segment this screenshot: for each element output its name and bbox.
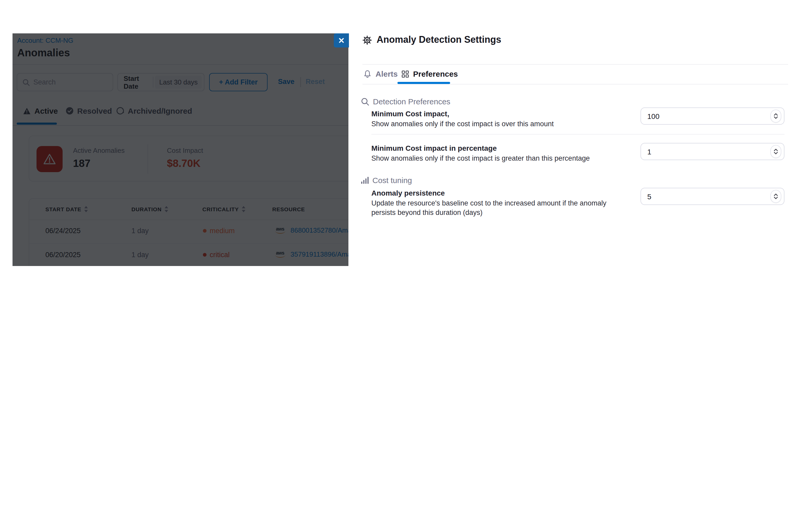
anomalies-page: Account: CCM-NG Anomalies Start Date Las… (13, 33, 349, 266)
anomaly-settings-drawer: Anomaly Detection Settings Alerts Prefer… (348, 0, 798, 266)
section-heading: Cost tuning (373, 176, 412, 185)
min-cost-impact-input[interactable] (647, 112, 771, 120)
setting-description: Show anomalies only if the cost impact i… (372, 119, 554, 129)
anomaly-persistence-field[interactable] (641, 188, 784, 205)
setting-description: Show anomalies only if the cost impact i… (372, 154, 590, 163)
close-drawer-button[interactable]: ✕ (334, 33, 349, 48)
tab-alerts[interactable]: Alerts (363, 69, 398, 78)
active-tab-underline (397, 82, 450, 84)
drawer-header: Anomaly Detection Settings (362, 34, 501, 45)
magnifier-icon (361, 97, 369, 106)
number-stepper[interactable] (771, 145, 781, 158)
min-cost-impact-field[interactable] (641, 108, 784, 125)
close-icon: ✕ (338, 36, 344, 45)
tab-preferences[interactable]: Preferences (402, 69, 458, 78)
min-cost-impact-percentage-input[interactable] (647, 147, 771, 156)
modal-dim-overlay (13, 33, 349, 266)
bar-chart-icon (361, 176, 369, 184)
anomaly-persistence-input[interactable] (647, 192, 771, 201)
app-screen: Account: CCM-NG Anomalies Start Date Las… (0, 0, 798, 266)
settings-tabs-divider (362, 84, 788, 84)
number-stepper[interactable] (771, 110, 781, 122)
tab-alerts-label: Alerts (376, 69, 398, 78)
bell-icon (363, 70, 372, 78)
setting-label-min-cost-impact: Minimum Cost impact, (372, 110, 449, 118)
gear-icon (362, 35, 372, 44)
drawer-header-divider (362, 64, 788, 65)
setting-label-anomaly-persistence: Anomaly persistence (372, 189, 445, 197)
section-cost-tuning: Cost tuning (361, 176, 412, 185)
min-cost-impact-percentage-field[interactable] (641, 143, 784, 160)
setting-description: Update the resource's baseline cost to t… (372, 199, 627, 217)
grid-icon (402, 70, 409, 77)
number-stepper[interactable] (771, 190, 781, 203)
tab-preferences-label: Preferences (413, 69, 458, 78)
drawer-title: Anomaly Detection Settings (377, 34, 501, 45)
row-divider (372, 134, 784, 135)
section-detection-preferences: Detection Preferences (361, 97, 450, 106)
setting-label-min-cost-impact-percentage: Minimum Cost impact in percentage (372, 144, 497, 152)
section-heading: Detection Preferences (373, 97, 450, 106)
settings-tabs: Alerts Preferences (348, 69, 798, 84)
